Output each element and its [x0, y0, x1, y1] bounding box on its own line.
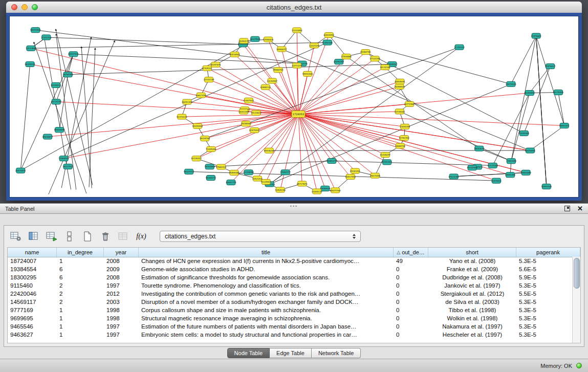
graph-node[interactable]: 72558626: [263, 37, 274, 42]
graph-node[interactable]: 50994449: [541, 184, 552, 189]
graph-node[interactable]: 39435768: [200, 136, 210, 141]
table-mode-icon[interactable]: [9, 230, 23, 243]
graph-node[interactable]: 86626697: [54, 127, 65, 133]
graph-node[interactable]: 48081460: [505, 172, 516, 178]
graph-node[interactable]: 93480780: [360, 50, 371, 55]
graph-node[interactable]: 80801776: [226, 180, 236, 185]
graph-node[interactable]: 45899385: [229, 170, 239, 175]
graph-node[interactable]: 93137480: [488, 163, 498, 168]
graph-node[interactable]: 73384591: [525, 91, 535, 96]
graph-node[interactable]: 78763660: [205, 164, 215, 169]
graph-node[interactable]: 94132953: [467, 165, 477, 170]
graph-node[interactable]: 70129901: [261, 179, 272, 184]
graph-node[interactable]: 81781542: [399, 136, 410, 141]
graph-node[interactable]: 39765980: [62, 72, 73, 77]
graph-node[interactable]: 33735005: [395, 109, 405, 114]
column-header-pagerank[interactable]: pagerank: [516, 248, 580, 257]
new-table-icon[interactable]: [81, 230, 94, 243]
graph-node[interactable]: 96329731: [184, 169, 194, 174]
graph-node[interactable]: 96074926: [30, 28, 41, 33]
graph-node[interactable]: 95355998: [192, 123, 203, 128]
graph-node[interactable]: 11981656: [506, 159, 517, 164]
graph-node[interactable]: 81879307: [249, 128, 260, 133]
table-row[interactable]: 1456911722003Disruption of a novel membe…: [8, 298, 573, 306]
graph-node[interactable]: 17372703: [41, 35, 52, 40]
graph-node[interactable]: 49227513: [62, 164, 73, 169]
table-row[interactable]: 2242004622012Investigating the contribut…: [8, 290, 573, 298]
graph-node[interactable]: 62772981: [404, 101, 415, 106]
graph-node[interactable]: 76651276: [326, 159, 337, 164]
graph-node[interactable]: 27508886: [341, 54, 352, 59]
graph-node[interactable]: 18869740: [395, 143, 406, 148]
graph-node[interactable]: 33154997: [267, 78, 278, 83]
graph-node[interactable]: 39132198: [380, 64, 390, 70]
graph-node[interactable]: 87876937: [545, 64, 556, 69]
graph-node[interactable]: 11392308: [322, 40, 333, 45]
graph-node[interactable]: 86338531: [25, 61, 35, 67]
graph-node[interactable]: 14337290: [309, 43, 320, 48]
table-row[interactable]: 946554611997Estimation of the future num…: [8, 322, 573, 331]
close-window-button[interactable]: [11, 4, 17, 10]
delete-column-icon[interactable]: [63, 230, 76, 243]
graph-node[interactable]: 97684416: [216, 164, 227, 169]
panel-resize-handle[interactable]: •••: [290, 205, 298, 208]
table-row[interactable]: 1830029562008Estimation of significance …: [8, 273, 573, 281]
graph-node[interactable]: 60524954: [324, 33, 335, 38]
graph-node[interactable]: 96076591: [525, 148, 536, 153]
graph-node[interactable]: 23008120: [312, 189, 322, 194]
table-scrollbar[interactable]: [572, 257, 580, 343]
graph-node[interactable]: 44521932: [252, 176, 263, 181]
graph-node[interactable]: 63688120: [260, 84, 271, 90]
graph-node[interactable]: 22332189: [204, 77, 214, 82]
graph-node[interactable]: 37052777: [280, 170, 291, 175]
graph-node[interactable]: 11158058: [243, 170, 254, 175]
graph-node[interactable]: 20570572: [15, 168, 26, 173]
delete-table-icon[interactable]: [99, 230, 112, 243]
network-canvas[interactable]: 8633853140305013397659804922751311513860…: [9, 16, 579, 198]
column-header-short[interactable]: short: [428, 248, 516, 257]
graph-node[interactable]: 82917556: [345, 174, 356, 180]
graph-node[interactable]: 69179559: [553, 90, 564, 95]
graph-node[interactable]: 92374226: [177, 114, 187, 119]
graph-node[interactable]: 71045006: [206, 146, 216, 151]
graph-node[interactable]: 93109327: [191, 156, 202, 161]
graph-node[interactable]: 13232850: [292, 28, 302, 33]
graph-node[interactable]: 13094499: [400, 124, 410, 129]
graph-node[interactable]: 61228297: [380, 152, 391, 158]
graph-node[interactable]: 85638677: [42, 134, 53, 139]
graph-node[interactable]: 1724062: [292, 111, 305, 118]
graph-node[interactable]: 68447944: [68, 52, 79, 57]
graph-node[interactable]: 65477769: [330, 188, 341, 193]
table-select[interactable]: citations_edges.txt: [160, 231, 361, 242]
show-columns-icon[interactable]: [27, 230, 40, 243]
graph-node[interactable]: 55993480: [302, 71, 313, 76]
table-row[interactable]: 911546021997Tourette syndrome. Phenomeno…: [8, 281, 573, 290]
graph-node[interactable]: 91649068: [519, 130, 530, 136]
scrollbar-thumb[interactable]: [574, 258, 580, 289]
tab-edge-table[interactable]: Edge Table: [270, 348, 312, 358]
table-row[interactable]: 946362711997Embryonic stem cells: a mode…: [8, 331, 573, 339]
graph-node[interactable]: 37122296: [369, 56, 380, 61]
graph-node[interactable]: 26337644: [250, 36, 260, 41]
graph-node[interactable]: 78396506: [394, 84, 405, 89]
float-panel-icon[interactable]: [564, 206, 570, 211]
tab-network-table[interactable]: Network Table: [312, 348, 361, 358]
column-header-in-degree[interactable]: in_degree: [57, 248, 104, 257]
graph-node[interactable]: 19288060: [241, 121, 252, 126]
graph-node[interactable]: 40305013: [51, 82, 61, 87]
graph-node[interactable]: 26251408: [182, 99, 192, 104]
graph-node[interactable]: 21576822: [531, 33, 541, 38]
graph-node[interactable]: 33773373: [292, 63, 302, 68]
graph-node[interactable]: 14505158: [275, 187, 286, 192]
memory-ok-indicator[interactable]: [576, 363, 582, 368]
graph-node[interactable]: 31150334: [454, 45, 465, 50]
graph-node[interactable]: 44996377: [276, 47, 287, 52]
function-builder-icon[interactable]: f(x): [135, 230, 148, 243]
graph-node[interactable]: 66938264: [264, 148, 275, 153]
graph-node[interactable]: 99966700: [273, 68, 284, 73]
graph-node[interactable]: 19133813: [251, 111, 262, 116]
create-column-icon[interactable]: [45, 230, 58, 243]
graph-node[interactable]: 21897833: [244, 98, 254, 103]
graph-node[interactable]: 20350376: [238, 38, 249, 43]
graph-node[interactable]: 76663421: [559, 123, 570, 128]
